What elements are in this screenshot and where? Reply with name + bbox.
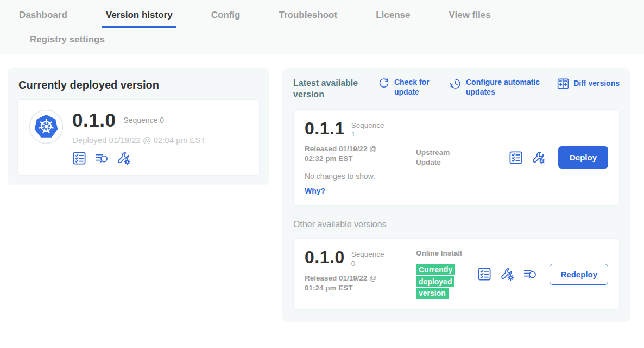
diff-versions-label: Diff versions (573, 79, 620, 89)
latest-version-actions: Deploy (509, 146, 608, 169)
other-version-card: 0.1.0 Sequence 0 Released 01/19/22 @ 01:… (293, 238, 620, 310)
other-released-timestamp: Released 01/19/22 @ 01:24 pm EST (305, 274, 390, 293)
deployed-version-card: 0.1.0 Sequence 0 Deployed 01/19/22 @ 02:… (17, 99, 260, 176)
diff-icon (557, 78, 569, 90)
other-version-info: 0.1.0 Sequence 0 Released 01/19/22 @ 01:… (305, 248, 407, 300)
tab-license[interactable]: License (372, 7, 414, 28)
other-version-actions: Redeploy (477, 264, 608, 285)
why-link[interactable]: Why? (305, 187, 407, 195)
config-wrench-icon[interactable] (117, 151, 131, 165)
available-versions-panel: Latest available version Check for updat… (282, 68, 630, 322)
latest-version-number: 0.1.1 (305, 120, 345, 139)
deployed-version-info: 0.1.0 Sequence 0 Deployed 01/19/22 @ 02:… (72, 109, 205, 165)
preflight-checklist-icon[interactable] (509, 151, 523, 165)
config-wrench-icon[interactable] (500, 267, 514, 281)
latest-available-title: Latest available version (293, 78, 370, 101)
other-available-versions-title: Other available versions (293, 220, 620, 229)
currently-deployed-badge-wrap: Currently deployed version (416, 264, 460, 300)
tab-config[interactable]: Config (207, 7, 244, 28)
other-version-number: 0.1.0 (305, 248, 345, 268)
deploy-logs-icon[interactable] (523, 267, 537, 281)
check-for-update-label: Check for update (394, 78, 435, 97)
latest-sequence-label: Sequence 1 (351, 120, 390, 139)
tab-registry-settings[interactable]: Registry settings (26, 32, 109, 47)
check-for-update-link[interactable]: Check for update (378, 78, 435, 97)
tab-troubleshoot[interactable]: Troubleshoot (275, 7, 341, 28)
currently-deployed-badge: Currently deployed version (416, 264, 455, 299)
app-nav: Dashboard Version history Config Trouble… (0, 0, 644, 54)
version-history-page: Currently deployed version (0, 54, 644, 322)
preflight-checklist-icon[interactable] (477, 267, 491, 281)
available-versions-header: Latest available version Check for updat… (293, 78, 620, 101)
configure-automatic-updates-label: Configure automatic updates (466, 78, 547, 97)
nav-row-primary: Dashboard Version history Config Trouble… (15, 7, 629, 28)
deployed-sequence-label: Sequence 0 (123, 116, 164, 125)
latest-released-timestamp: Released 01/19/22 @ 02:32 pm EST (305, 144, 390, 164)
preflight-checklist-icon[interactable] (72, 151, 86, 165)
tab-view-files[interactable]: View files (445, 7, 494, 28)
latest-version-card: 0.1.1 Sequence 1 Released 01/19/22 @ 02:… (293, 109, 620, 206)
tab-dashboard[interactable]: Dashboard (15, 7, 71, 28)
nav-row-secondary: Registry settings (15, 28, 629, 54)
diff-versions-link[interactable]: Diff versions (557, 78, 620, 90)
kubernetes-app-icon (29, 109, 64, 144)
deployed-version-number: 0.1.0 (72, 110, 116, 129)
currently-deployed-panel: Currently deployed version (8, 68, 269, 185)
redeploy-button[interactable]: Redeploy (550, 264, 608, 285)
tab-version-history[interactable]: Version history (102, 7, 176, 28)
config-wrench-icon[interactable] (532, 151, 546, 165)
deployed-action-icons (72, 151, 205, 165)
latest-version-info: 0.1.1 Sequence 1 Released 01/19/22 @ 02:… (305, 120, 407, 196)
latest-version-source: Upstream Update (416, 120, 466, 196)
other-version-source-col: Online Install Currently deployed versio… (416, 248, 466, 300)
deployed-timestamp: Deployed 01/19/22 @ 02:04 pm EST (72, 135, 205, 145)
refresh-icon (378, 78, 390, 90)
deploy-button[interactable]: Deploy (558, 146, 608, 169)
other-version-source: Online Install (416, 248, 466, 258)
schedule-refresh-icon (450, 78, 462, 90)
deploy-logs-icon[interactable] (94, 151, 109, 165)
other-sequence-label: Sequence 0 (351, 248, 390, 268)
currently-deployed-title: Currently deployed version (18, 79, 260, 91)
no-changes-note: No changes to show. (305, 172, 407, 181)
configure-automatic-updates-link[interactable]: Configure automatic updates (450, 78, 547, 97)
